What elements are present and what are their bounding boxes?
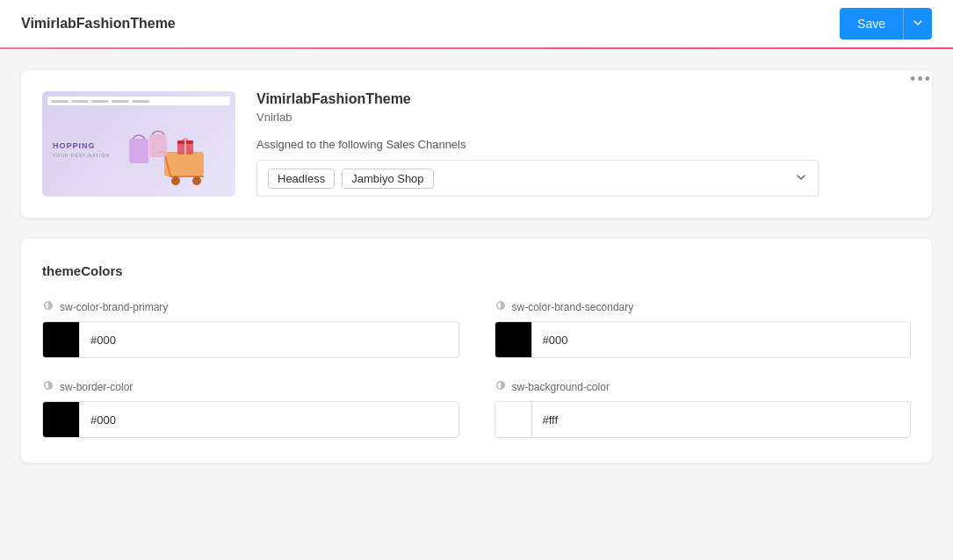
theme-vendor: Vnirlab	[256, 111, 911, 124]
sales-channel-dropdown-icon[interactable]	[795, 171, 807, 186]
color-icon-border	[42, 379, 54, 394]
color-field-brand-secondary: sw-color-brand-secondary	[495, 299, 912, 358]
save-button[interactable]: Save	[840, 8, 903, 39]
color-label-brand-primary: sw-color-brand-primary	[42, 299, 459, 314]
save-dropdown-button[interactable]	[903, 8, 932, 39]
theme-info: VimirlabFashionTheme Vnirlab Assigned to…	[256, 91, 911, 197]
sales-channel-tags[interactable]: Headless Jambiyo Shop	[256, 160, 819, 197]
color-field-brand-primary: sw-color-brand-primary	[42, 299, 459, 358]
color-swatch-brand-primary[interactable]	[43, 322, 80, 357]
thumb-hero: HOPPINGYOUR DESTINATION	[47, 109, 230, 191]
thumb-nav-dot	[132, 100, 149, 103]
color-swatch-background[interactable]	[495, 402, 532, 437]
color-input-border[interactable]	[42, 401, 459, 438]
color-input-brand-secondary[interactable]	[495, 321, 912, 358]
color-swatch-brand-secondary[interactable]	[495, 322, 532, 357]
theme-thumbnail: HOPPINGYOUR DESTINATION	[42, 91, 235, 197]
main-content: ••• HOPPINGYOUR DESTINATION	[0, 49, 953, 484]
colors-grid: sw-color-brand-primary sw-color-brand-se…	[42, 299, 911, 438]
color-icon-brand-primary	[42, 299, 54, 314]
thumb-nav	[47, 97, 230, 105]
color-label-border: sw-border-color	[42, 379, 459, 394]
sales-channel-label: Assigned to the following Sales Channels	[256, 138, 911, 151]
page-title: VimirlabFashionTheme	[21, 16, 176, 32]
theme-card-inner: HOPPINGYOUR DESTINATION	[42, 91, 911, 197]
color-label-text-brand-secondary: sw-color-brand-secondary	[512, 301, 634, 313]
colors-section-title: themeColors	[42, 263, 911, 278]
shopping-illustration	[116, 121, 230, 191]
colors-card: themeColors sw-color-brand-primary	[21, 239, 932, 463]
svg-point-2	[192, 176, 201, 185]
color-input-brand-primary[interactable]	[42, 321, 459, 358]
svg-point-1	[171, 176, 180, 185]
thumb-nav-dot	[112, 100, 129, 103]
save-button-group: Save	[840, 8, 932, 39]
thumb-nav-dot	[51, 100, 69, 103]
color-value-input-brand-primary[interactable]	[80, 334, 458, 347]
svg-rect-4	[149, 134, 167, 157]
theme-name: VimirlabFashionTheme	[256, 91, 911, 107]
color-value-input-background[interactable]	[532, 413, 911, 427]
color-value-input-border[interactable]	[80, 413, 458, 427]
color-label-text-background: sw-background-color	[512, 381, 610, 393]
color-icon-brand-secondary	[495, 299, 507, 314]
color-label-background: sw-background-color	[495, 379, 912, 394]
color-field-background: sw-background-color	[495, 379, 912, 438]
svg-rect-3	[129, 139, 148, 163]
color-icon-background	[495, 379, 507, 394]
chevron-down-icon	[913, 18, 923, 31]
tag-headless[interactable]: Headless	[268, 169, 335, 189]
color-label-text-border: sw-border-color	[60, 381, 133, 393]
theme-card: ••• HOPPINGYOUR DESTINATION	[21, 70, 932, 218]
color-swatch-border[interactable]	[43, 402, 80, 437]
color-field-border: sw-border-color	[42, 379, 459, 438]
color-value-input-brand-secondary[interactable]	[532, 334, 911, 347]
color-label-text-brand-primary: sw-color-brand-primary	[60, 301, 168, 313]
tag-jambiyo[interactable]: Jambiyo Shop	[342, 169, 433, 189]
thumb-nav-dot	[91, 100, 109, 103]
thumb-hopping-text: HOPPINGYOUR DESTINATION	[53, 141, 110, 159]
three-dots-icon: •••	[910, 70, 932, 88]
thumb-nav-dot	[71, 100, 89, 103]
color-input-background[interactable]	[495, 401, 912, 438]
top-bar: VimirlabFashionTheme Save	[0, 0, 953, 49]
more-options-button[interactable]: •••	[910, 70, 932, 89]
color-label-brand-secondary: sw-color-brand-secondary	[495, 299, 912, 314]
